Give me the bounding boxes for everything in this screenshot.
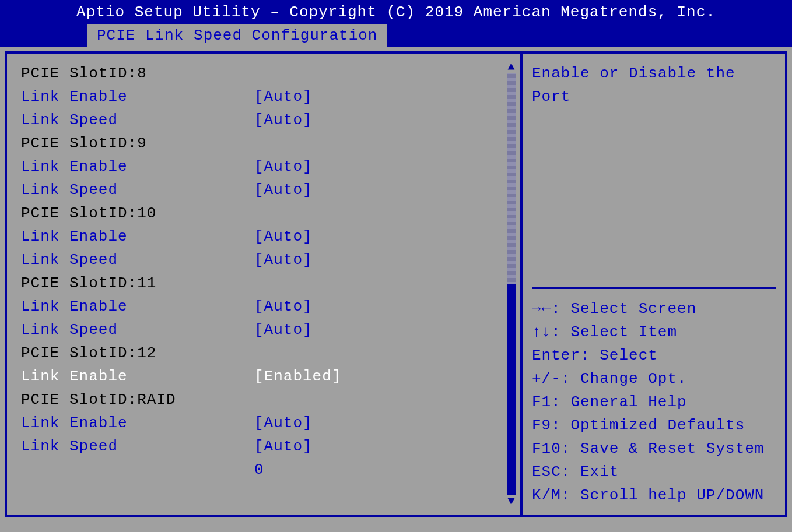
title-bar: Aptio Setup Utility – Copyright (C) 2019… (0, 0, 792, 24)
setting-label: Link Speed (21, 435, 254, 458)
hint-scroll-help: K/M: Scroll help UP/DOWN (532, 484, 776, 507)
slot-header: PCIE SlotID:RAID (21, 388, 514, 411)
slot-header: PCIE SlotID:11 (21, 272, 514, 295)
scroll-down-icon[interactable]: ▼ (507, 496, 515, 507)
hint-enter: Enter: Select (532, 344, 776, 367)
setting-label: Link Speed (21, 108, 254, 132)
setting-value[interactable]: [Auto] (254, 435, 514, 458)
setting-row[interactable]: Link Speed[Auto] (21, 178, 514, 202)
setting-value[interactable]: [Enabled] (254, 365, 514, 388)
setting-value[interactable]: [Auto] (254, 85, 514, 108)
slot-header: PCIE SlotID:8 (21, 62, 514, 85)
tab-row: PCIE Link Speed Configuration (0, 24, 792, 47)
help-divider (532, 108, 776, 289)
setting-value[interactable]: [Auto] (254, 178, 514, 202)
setting-row[interactable]: Link Enable[Auto] (21, 155, 514, 178)
navigation-hints: →←: Select Screen ↑↓: Select Item Enter:… (532, 297, 776, 507)
setting-value[interactable]: [Auto] (254, 248, 514, 272)
setting-label: Link Enable (21, 365, 254, 388)
slot-header: PCIE SlotID:10 (21, 202, 514, 225)
slot-header: PCIE SlotID:9 (21, 132, 514, 155)
tab-pcie-link-speed[interactable]: PCIE Link Speed Configuration (87, 24, 387, 47)
setting-row[interactable]: Link Speed[Auto] (21, 108, 514, 132)
setting-label: PCIE SlotID:11 (21, 272, 254, 295)
setting-row[interactable]: Link Enable[Auto] (21, 411, 514, 435)
hint-optimized-defaults: F9: Optimized Defaults (532, 414, 776, 437)
setting-label: Link Speed (21, 178, 254, 202)
setting-label: Link Enable (21, 85, 254, 108)
hint-general-help: F1: General Help (532, 390, 776, 414)
setting-value[interactable]: [Auto] (254, 318, 514, 341)
setting-value[interactable]: [Auto] (254, 155, 514, 178)
setting-label: PCIE SlotID:12 (21, 341, 254, 365)
setting-label: PCIE SlotID:8 (21, 62, 254, 85)
setting-label: Link Speed (21, 248, 254, 272)
hint-select-screen: →←: Select Screen (532, 297, 776, 320)
hint-exit: ESC: Exit (532, 460, 776, 484)
setting-label: Link Enable (21, 295, 254, 318)
help-line: Port (532, 85, 776, 108)
hint-select-item: ↑↓: Select Item (532, 320, 776, 344)
setting-row[interactable]: Link Enable[Enabled] (21, 365, 514, 388)
trailing-value: 0 (21, 458, 514, 481)
setting-label: Link Enable (21, 411, 254, 435)
slot-header: PCIE SlotID:12 (21, 341, 514, 365)
scrollbar[interactable]: ▲ ▼ (506, 62, 517, 507)
setting-row[interactable]: Link Enable[Auto] (21, 225, 514, 248)
setting-value[interactable]: [Auto] (254, 225, 514, 248)
help-line: Enable or Disable the (532, 62, 776, 85)
setting-row[interactable]: Link Speed[Auto] (21, 318, 514, 341)
setting-row[interactable]: Link Speed[Auto] (21, 435, 514, 458)
help-panel: Enable or Disable the Port →←: Select Sc… (523, 54, 785, 515)
setting-label: PCIE SlotID:10 (21, 202, 254, 225)
setting-label: Link Enable (21, 155, 254, 178)
setting-label: PCIE SlotID:RAID (21, 388, 254, 411)
help-text: Enable or Disable the Port (532, 62, 776, 108)
setting-row[interactable]: Link Enable[Auto] (21, 85, 514, 108)
scroll-track[interactable] (507, 73, 516, 495)
setting-label: Link Speed (21, 318, 254, 341)
setting-row[interactable]: Link Enable[Auto] (21, 295, 514, 318)
setting-label: Link Enable (21, 225, 254, 248)
setting-value[interactable]: [Auto] (254, 411, 514, 435)
setting-value[interactable]: [Auto] (254, 295, 514, 318)
scroll-thumb[interactable] (507, 284, 516, 495)
scroll-up-icon[interactable]: ▲ (507, 62, 515, 72)
setting-value[interactable]: [Auto] (254, 108, 514, 132)
setting-label: PCIE SlotID:9 (21, 132, 254, 155)
setting-row[interactable]: Link Speed[Auto] (21, 248, 514, 272)
hint-change-opt: +/-: Change Opt. (532, 367, 776, 390)
main-container: PCIE SlotID:8Link Enable[Auto]Link Speed… (5, 51, 787, 517)
settings-panel: PCIE SlotID:8Link Enable[Auto]Link Speed… (7, 54, 523, 515)
hint-save-reset: F10: Save & Reset System (532, 437, 776, 460)
